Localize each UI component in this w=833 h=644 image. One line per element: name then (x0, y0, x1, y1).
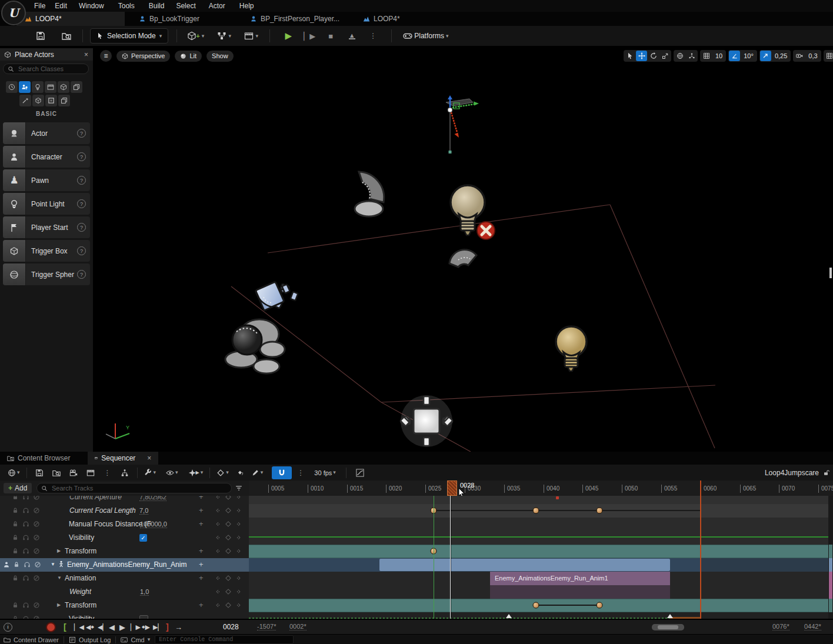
world-local-toggle[interactable] (674, 51, 685, 61)
lane-enemy-run-anim[interactable] (249, 558, 833, 572)
add-key-icon[interactable] (225, 520, 232, 529)
viewport-options-menu[interactable]: ≡ (100, 50, 112, 62)
output-log-button[interactable]: Output Log (69, 636, 111, 643)
track-row-animation[interactable]: ▼ Animation + (0, 572, 249, 586)
section-marker[interactable] (667, 614, 673, 618)
transform-section[interactable] (249, 545, 833, 558)
camera-crescent-sprite[interactable] (355, 172, 384, 216)
add-section-icon[interactable]: + (199, 496, 204, 501)
keyframe[interactable] (533, 602, 539, 609)
help-icon[interactable]: ? (77, 199, 86, 208)
sequence-breadcrumb[interactable]: Loop4Jumpscare (765, 469, 819, 477)
play-reverse-button[interactable]: ◀ (109, 622, 115, 632)
play-options-kebab[interactable]: ⋮ (364, 28, 382, 44)
menu-help[interactable]: Help (235, 0, 259, 12)
next-key-icon[interactable] (235, 575, 242, 583)
mute-icon[interactable] (22, 602, 29, 610)
sequencer-timeline-area[interactable]: Enemy_AnimationsEnemy_Run_Anim1 (249, 496, 833, 619)
grid-snap-toggle[interactable] (701, 51, 712, 61)
lane-animation[interactable]: Enemy_AnimationsEnemy_Run_Anim1 (249, 572, 833, 586)
add-section-icon[interactable]: + (199, 546, 204, 555)
view-range-start-field[interactable]: -1507* (257, 623, 276, 630)
playback-start-field[interactable]: 0002* (289, 623, 306, 630)
platforms-dropdown[interactable]: Platforms ▾ (401, 28, 450, 44)
mute-icon[interactable] (22, 615, 29, 619)
console-command-input[interactable] (155, 635, 294, 644)
visibility-checkbox[interactable] (139, 615, 148, 619)
tab-content-browser[interactable]: Content Browser (0, 452, 77, 465)
keyframe-marker[interactable] (556, 496, 559, 499)
category-shapes[interactable] (58, 81, 69, 93)
scale-snap-value[interactable]: 0,25 (772, 52, 790, 59)
lock-icon[interactable] (12, 615, 19, 619)
create-camera-button[interactable] (66, 466, 81, 479)
current-frame-display[interactable]: 0028 (223, 623, 239, 631)
timeline-scrollbar-thumb[interactable] (652, 624, 684, 630)
next-key-button[interactable]: ◆▶ (142, 622, 150, 632)
sequencer-save-button[interactable] (32, 466, 46, 479)
track-row-transform-2[interactable]: ▶ Transform + (0, 599, 249, 613)
prev-key-icon[interactable] (214, 602, 221, 610)
solo-icon[interactable] (33, 520, 40, 529)
visibility-checkbox[interactable]: ✓ (139, 534, 147, 542)
help-icon[interactable]: ? (77, 129, 86, 138)
curve-editor-button[interactable] (353, 466, 367, 479)
point-light-sprite-2[interactable] (556, 326, 587, 371)
lock-icon[interactable] (12, 534, 19, 543)
edit-mode-dropdown[interactable]: ▾ (250, 466, 265, 479)
browse-content-button[interactable] (58, 28, 75, 44)
next-key-icon[interactable] (235, 588, 242, 597)
snap-options-kebab[interactable]: ⋮ (294, 466, 308, 479)
section-marker[interactable] (506, 614, 512, 618)
help-icon[interactable]: ? (77, 223, 86, 232)
close-icon[interactable]: × (84, 51, 88, 59)
lane-transform-1[interactable] (249, 545, 833, 559)
search-classes-input[interactable] (17, 65, 84, 73)
solo-icon[interactable] (33, 534, 40, 543)
stop-button[interactable]: ■ (322, 28, 339, 44)
sequencer-settings-dropdown[interactable]: ▾ (143, 466, 158, 479)
help-icon[interactable]: ? (77, 176, 86, 185)
solo-icon[interactable] (33, 602, 40, 610)
mute-icon[interactable] (22, 575, 29, 583)
play-button[interactable]: ▶ (279, 28, 297, 44)
playback-start-line[interactable] (434, 496, 434, 619)
lock-icon[interactable] (12, 575, 19, 583)
mute-icon[interactable] (22, 534, 29, 543)
unreal-logo[interactable]: U (1, 1, 26, 25)
loop-mode-button[interactable]: → (175, 622, 182, 632)
category-volumes[interactable] (45, 95, 57, 106)
help-icon[interactable]: ? (77, 152, 86, 161)
add-key-icon[interactable] (225, 496, 232, 502)
mute-icon[interactable] (22, 520, 29, 529)
show-dropdown[interactable]: Show (206, 51, 234, 62)
lane-current-focal-length[interactable] (249, 504, 833, 518)
keyframe[interactable] (597, 508, 603, 514)
lock-icon[interactable] (12, 496, 19, 502)
playhead-scrub-handle[interactable] (447, 481, 457, 496)
place-item-trigger-sphere[interactable]: Trigger Spher ? (3, 263, 90, 285)
select-tool-button[interactable] (624, 51, 635, 61)
lock-icon[interactable] (12, 602, 19, 610)
track-row-visibility-2[interactable]: Visibility (0, 612, 249, 619)
set-start-bracket-button[interactable]: [ (64, 622, 66, 632)
add-track-button[interactable]: + Add (4, 483, 32, 493)
category-recent[interactable] (6, 81, 18, 93)
add-section-icon[interactable]: + (199, 600, 204, 609)
sequencer-browse-button[interactable] (49, 466, 64, 479)
add-actor-button[interactable]: + ▾ (185, 28, 206, 44)
level-viewport[interactable]: Y ≡ Perspective Lit Show 10 (93, 46, 833, 452)
camera-speed-button[interactable] (794, 51, 805, 61)
add-section-icon[interactable]: + (199, 506, 204, 515)
category-basic[interactable] (19, 81, 31, 93)
grid-snap-value[interactable]: 10 (712, 52, 725, 59)
lane-manual-focus-distance[interactable] (249, 518, 833, 532)
lock-icon[interactable] (12, 548, 19, 556)
bright-light-sprite[interactable] (400, 395, 452, 447)
help-icon[interactable]: ? (77, 270, 86, 279)
keyframe[interactable] (597, 602, 603, 609)
search-tracks-input[interactable] (51, 484, 227, 492)
move-tool-button[interactable] (636, 51, 647, 61)
cine-camera-sprite[interactable] (225, 319, 285, 373)
menu-select[interactable]: Select (171, 0, 200, 12)
